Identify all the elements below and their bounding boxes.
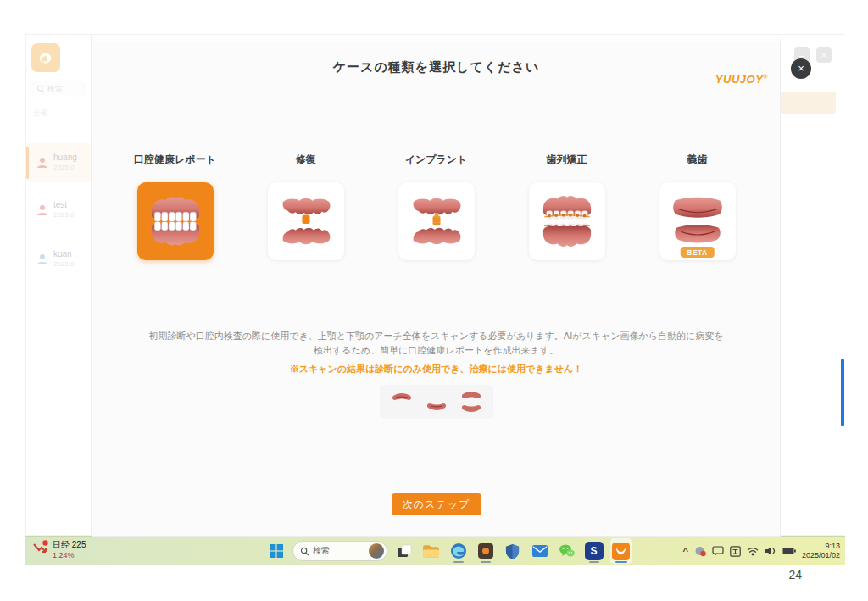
photos-app-icon[interactable] — [475, 538, 496, 564]
taskbar-search-input[interactable]: 検索 — [292, 541, 387, 561]
window-close-button[interactable]: × — [816, 47, 832, 63]
beta-badge: BETA — [680, 247, 715, 258]
stock-chart-icon — [32, 539, 49, 556]
s-app-icon[interactable]: S — [583, 538, 604, 564]
implant-illustration — [404, 189, 469, 253]
case-options-row: 口腔健康レポート 修復 — [92, 153, 780, 260]
volume-icon[interactable] — [765, 546, 776, 556]
wechat-app-icon[interactable] — [556, 538, 577, 564]
stock-name: 日经 225 — [53, 539, 86, 550]
sidebar-dim-overlay — [26, 35, 91, 535]
denture-illustration — [665, 189, 730, 253]
taskbar-search-placeholder: 検索 — [313, 545, 365, 557]
search-highlight-thumbnail — [369, 543, 384, 559]
teeth-full-dentition-illustration — [143, 189, 208, 253]
both-arches-thumbnail — [456, 390, 487, 414]
right-strip-dim-overlay — [781, 35, 846, 535]
case-option-card[interactable] — [529, 182, 605, 260]
description-line2: 検出するため、簡単に口腔健康レポートを作成出来ます。 — [140, 343, 733, 358]
app-window: 検索 全部 huang 2025.0 test 2023.0 — [25, 34, 845, 536]
search-icon — [300, 547, 309, 556]
case-option-implant[interactable]: インプラント — [398, 153, 475, 260]
scan-preview-card — [380, 385, 493, 419]
battery-icon[interactable] — [782, 547, 796, 555]
case-option-orthodontics[interactable]: 歯列矯正 — [529, 153, 605, 260]
modal-close-button[interactable]: × — [791, 58, 811, 79]
case-option-label: 口腔健康レポート — [108, 153, 243, 167]
sidebar: 検索 全部 huang 2025.0 test 2023.0 — [26, 35, 92, 535]
scroll-indicator[interactable] — [841, 359, 844, 426]
brand-logo: YUUJOY® — [715, 73, 768, 86]
case-option-card-selected[interactable] — [137, 182, 214, 260]
taskbar: 日经 225 1.24% 検索 — [25, 536, 845, 565]
upper-arch-thumbnail — [387, 390, 417, 414]
case-option-card[interactable]: BETA — [659, 182, 736, 260]
case-option-oral-health-report[interactable]: 口腔健康レポート — [137, 153, 214, 260]
case-type-modal: ケースの種類を選択してください YUUJOY® 口腔健康レポート — [92, 42, 781, 537]
yuujoy-app-icon[interactable] — [610, 538, 632, 564]
edge-browser-icon[interactable] — [448, 538, 469, 564]
restoration-crown-illustration — [274, 189, 338, 253]
lower-arch-thumbnail — [421, 390, 452, 414]
slide: 検索 全部 huang 2025.0 test 2023.0 — [0, 0, 868, 601]
start-button[interactable] — [265, 538, 287, 564]
tray-chevron-up-icon[interactable]: ^ — [683, 546, 688, 556]
taskbar-clock[interactable]: 9:13 2025/01/02 — [802, 542, 840, 560]
security-shield-icon[interactable] — [502, 538, 523, 564]
case-option-label: 義歯 — [630, 153, 765, 167]
right-strip — [781, 35, 846, 535]
case-option-denture[interactable]: 義歯 BETA — [659, 153, 736, 260]
case-description: 初期診断や口腔内検査の際に使用でき、上顎と下顎のアーチ全体をスキャンする必要があ… — [140, 329, 733, 376]
warning-text: ※スキャンの結果は診断にのみ使用でき、治療には使用できません！ — [140, 362, 733, 376]
case-option-label: 修復 — [238, 153, 374, 167]
tray-time: 9:13 — [802, 542, 840, 551]
tray-ime-icon[interactable] — [730, 546, 741, 557]
tray-date: 2025/01/02 — [802, 551, 840, 560]
windows-logo-icon — [270, 544, 283, 558]
case-option-card[interactable] — [268, 182, 344, 260]
case-option-label: インプラント — [369, 153, 504, 167]
modal-title: ケースの種類を選択してください — [92, 59, 780, 75]
stock-widget[interactable]: 日经 225 1.24% — [32, 539, 86, 561]
case-option-card[interactable] — [398, 182, 475, 260]
braces-illustration — [535, 189, 599, 253]
tray-sync-alert-icon[interactable] — [694, 545, 706, 557]
next-step-button[interactable]: 次のステップ — [392, 493, 481, 515]
file-explorer-icon[interactable] — [420, 538, 442, 564]
task-view-icon[interactable] — [393, 538, 415, 564]
case-option-label: 歯列矯正 — [499, 153, 635, 167]
tray-chat-icon[interactable] — [712, 546, 724, 556]
case-option-restoration[interactable]: 修復 — [268, 153, 344, 260]
slide-page-number: 24 — [788, 568, 802, 582]
wifi-icon[interactable] — [747, 547, 759, 556]
stock-change: 1.24% — [53, 550, 86, 561]
mail-app-icon[interactable] — [529, 538, 550, 564]
description-line1: 初期診断や口腔内検査の際に使用でき、上顎と下顎のアーチ全体をスキャンする必要があ… — [140, 329, 733, 343]
